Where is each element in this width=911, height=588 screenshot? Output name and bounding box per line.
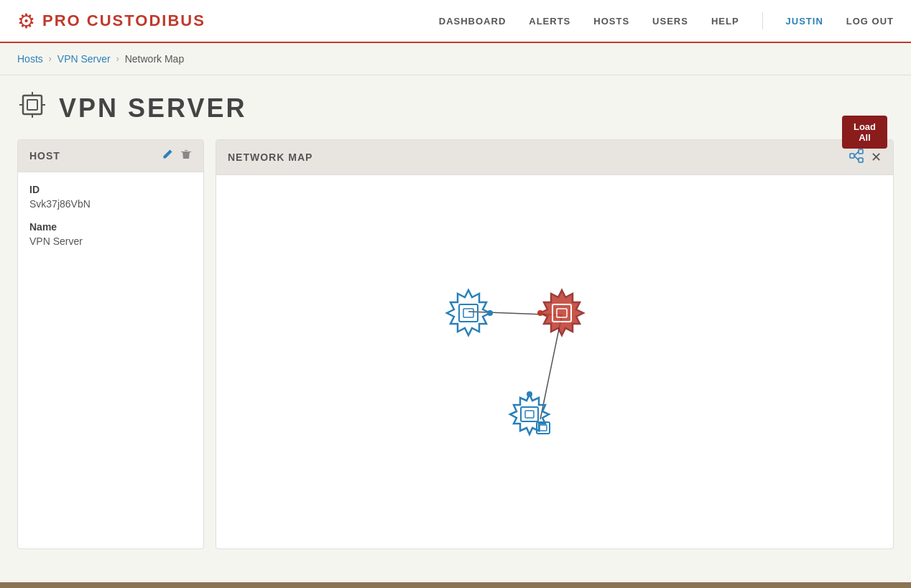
page-title: VPN SERVER	[59, 93, 246, 123]
nav-logout[interactable]: LOG OUT	[846, 16, 894, 27]
nav-alerts[interactable]: ALERTS	[529, 16, 570, 27]
navbar: ⚙ PRO CUSTODIBUS DASHBOARD ALERTS HOSTS …	[0, 0, 911, 43]
nav-users[interactable]: USERS	[652, 16, 688, 27]
svg-rect-8	[859, 158, 863, 162]
svg-rect-1	[27, 100, 37, 110]
svg-point-20	[537, 310, 543, 316]
nav-help[interactable]: HELP	[711, 16, 739, 27]
network-map-actions: ✕	[849, 149, 882, 166]
breadcrumb-vpn-server[interactable]: VPN Server	[57, 53, 111, 65]
svg-rect-15	[463, 309, 473, 317]
network-map-header: NETWORK MAP ✕	[216, 140, 893, 175]
breadcrumb-hosts[interactable]: Hosts	[17, 53, 43, 65]
main-content: HOST ID Svk37j86VbN Name VPN Server Load…	[0, 134, 911, 566]
svg-point-22	[527, 391, 532, 397]
breadcrumb-sep-2: ›	[116, 54, 119, 64]
svg-marker-17	[540, 290, 583, 335]
edit-icon[interactable]	[162, 149, 173, 163]
page-header: VPN SERVER	[0, 75, 911, 134]
host-panel: HOST ID Svk37j86VbN Name VPN Server	[17, 139, 204, 549]
field-label-id: ID	[29, 184, 192, 195]
network-map-title: NETWORK MAP	[228, 151, 313, 163]
field-value-name: VPN Server	[29, 235, 192, 247]
network-map-svg	[216, 175, 893, 549]
close-icon[interactable]: ✕	[871, 151, 882, 164]
navbar-links: DASHBOARD ALERTS HOSTS USERS HELP JUSTIN…	[439, 12, 894, 29]
network-node-3[interactable]	[510, 391, 550, 434]
brand-text: PRO CUSTODIBUS	[42, 11, 205, 30]
breadcrumb-network-map: Network Map	[125, 53, 184, 65]
field-label-name: Name	[29, 221, 192, 233]
svg-point-16	[487, 310, 493, 316]
network-node-2[interactable]	[537, 290, 583, 335]
host-panel-title: HOST	[29, 150, 60, 162]
svg-line-9	[854, 151, 859, 156]
nav-user[interactable]: JUSTIN	[786, 16, 823, 27]
svg-rect-23	[521, 407, 538, 421]
bottom-bar	[0, 582, 911, 588]
load-all-button[interactable]: Load All	[842, 116, 887, 149]
svg-rect-6	[850, 154, 854, 158]
field-value-id: Svk37j86VbN	[29, 198, 192, 210]
svg-rect-14	[459, 304, 478, 322]
delete-icon[interactable]	[180, 149, 192, 163]
brand-icon: ⚙	[17, 9, 35, 33]
network-map-body	[216, 175, 893, 549]
host-panel-header: HOST	[18, 140, 203, 172]
nav-dashboard[interactable]: DASHBOARD	[439, 16, 507, 27]
nav-divider	[762, 12, 763, 29]
svg-rect-7	[859, 149, 863, 154]
svg-rect-0	[23, 95, 42, 114]
breadcrumb-sep-1: ›	[49, 54, 52, 64]
svg-rect-24	[525, 411, 534, 418]
host-panel-body: ID Svk37j86VbN Name VPN Server	[18, 172, 203, 270]
brand: ⚙ PRO CUSTODIBUS	[17, 9, 205, 33]
network-map-panel: Load All NETWORK MAP ✕	[216, 139, 894, 549]
nav-hosts[interactable]: HOSTS	[593, 16, 629, 27]
breadcrumb: Hosts › VPN Server › Network Map	[0, 43, 911, 75]
svg-rect-26	[540, 425, 547, 431]
network-map-layout-icon[interactable]	[849, 149, 864, 166]
server-icon	[17, 90, 47, 126]
host-panel-actions	[162, 149, 192, 163]
svg-line-10	[854, 156, 859, 160]
svg-marker-21	[510, 394, 549, 434]
